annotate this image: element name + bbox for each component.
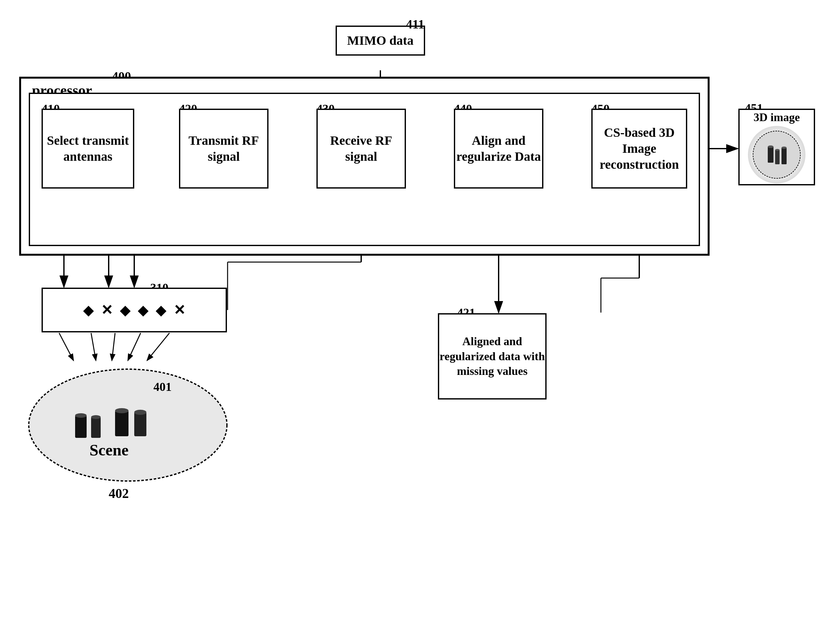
svg-rect-35	[75, 415, 86, 438]
antenna-array-box: ◆ ✕ ◆ ◆ ◆ ✕	[42, 288, 227, 332]
scene-ellipse-svg: Scene	[26, 361, 230, 483]
box-430-text: Receive RF signal	[318, 133, 405, 165]
diagram-container: MIMO data 411 400 processor 410 Select t…	[0, 0, 832, 644]
svg-point-40	[115, 408, 128, 413]
svg-point-38	[91, 415, 101, 419]
box-450-text: CS-based 3D Image reconstruction	[593, 125, 686, 173]
label-411: 411	[406, 17, 424, 32]
box-440-text: Align and regularize Data	[455, 133, 542, 165]
box-420-text: Transmit RF signal	[180, 133, 267, 165]
svg-rect-30	[781, 148, 787, 164]
label-402: 402	[109, 486, 129, 501]
svg-point-36	[75, 413, 86, 418]
svg-point-31	[768, 145, 773, 148]
svg-rect-41	[134, 412, 146, 436]
svg-point-33	[781, 147, 787, 149]
svg-point-42	[134, 410, 146, 415]
box-410-text: Select transmit antennas	[43, 133, 133, 165]
box-transmit-rf-signal: Transmit RF signal	[179, 109, 269, 189]
svg-line-19	[147, 333, 170, 361]
svg-line-17	[112, 333, 115, 361]
svg-rect-28	[768, 147, 773, 163]
3d-image-box: 3D image	[738, 109, 815, 185]
mimo-box-text: MIMO data	[347, 33, 414, 49]
box-receive-rf-signal: Receive RF signal	[317, 109, 406, 189]
3d-image-circle	[748, 126, 805, 184]
box-cs-reconstruction: CS-based 3D Image reconstruction	[591, 109, 687, 189]
svg-line-15	[59, 333, 74, 361]
label-401: 401	[154, 380, 172, 394]
antenna-symbols: ◆ ✕ ◆ ◆ ◆ ✕	[83, 302, 186, 318]
svg-point-32	[775, 149, 779, 151]
svg-line-18	[128, 333, 141, 361]
3d-image-label: 3D image	[754, 110, 800, 124]
svg-rect-39	[115, 411, 128, 436]
box-align-regularize: Align and regularize Data	[454, 109, 543, 189]
svg-line-16	[91, 333, 96, 361]
svg-rect-37	[91, 417, 101, 438]
svg-text:Scene: Scene	[90, 441, 128, 459]
aligned-box-text: Aligned and regularized data with missin…	[439, 334, 545, 379]
box-select-transmit-antennas: Select transmit antennas	[42, 109, 134, 189]
svg-rect-29	[775, 150, 779, 164]
aligned-data-box: Aligned and regularized data with missin…	[438, 313, 547, 400]
